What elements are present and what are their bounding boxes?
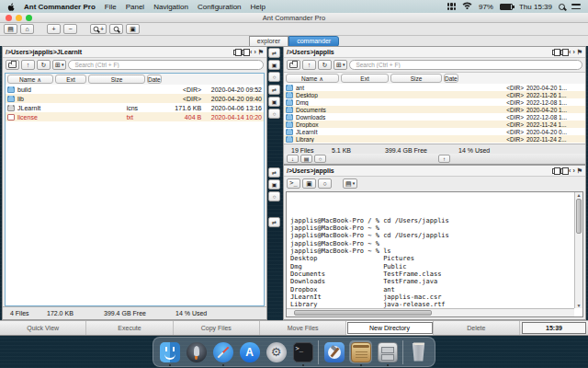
- back-icon[interactable]: ‹: [569, 167, 571, 174]
- dock-item[interactable]: [402, 340, 403, 364]
- column-header[interactable]: Name ∧: [286, 74, 339, 83]
- forward-icon[interactable]: ›: [572, 49, 574, 55]
- zoom-window-button[interactable]: [26, 15, 32, 21]
- back-icon[interactable]: ‹: [250, 49, 252, 55]
- refresh-button[interactable]: ↻: [318, 60, 332, 70]
- column-header[interactable]: Size: [88, 75, 145, 84]
- clear-button[interactable]: ○: [318, 178, 332, 189]
- menu-item[interactable]: File: [105, 3, 117, 11]
- dock-item[interactable]: [349, 340, 372, 363]
- column-header[interactable]: Date: [444, 74, 458, 83]
- column-header[interactable]: Name ∧: [7, 75, 53, 84]
- window-title-bar[interactable]: Ant Commander Pro: [0, 13, 588, 23]
- close-window-button[interactable]: [6, 15, 12, 21]
- duplicate-tab-icon[interactable]: [242, 50, 246, 55]
- view-mode-button[interactable]: ⊞▾: [52, 60, 66, 70]
- scroll-down-icon[interactable]: ▼: [575, 303, 582, 308]
- bookmark-icon[interactable]: ⚑: [577, 49, 582, 55]
- file-row[interactable]: JLearnIt icns 171.6 KB 2020-04-06 13:16: [6, 103, 264, 112]
- copy-to-panel-button[interactable]: ▣: [268, 179, 280, 190]
- remove-panel-button[interactable]: −: [63, 24, 77, 34]
- dock-item[interactable]: [407, 340, 430, 363]
- dock-item[interactable]: [185, 340, 208, 363]
- copy-to-panel-button[interactable]: ▣: [268, 60, 280, 70]
- dock-item[interactable]: ⚙: [265, 340, 288, 363]
- menu-item[interactable]: Panel: [126, 3, 144, 11]
- collapse-up-button[interactable]: ↑: [438, 155, 450, 163]
- scrollbar-thumb[interactable]: [294, 310, 432, 316]
- bookmark-icon[interactable]: ⚑: [577, 167, 582, 174]
- copy-path-icon[interactable]: [233, 50, 238, 55]
- copy-path-icon[interactable]: [552, 50, 557, 55]
- input-source-icon[interactable]: [447, 3, 456, 10]
- back-icon[interactable]: ‹: [569, 49, 571, 55]
- view-mode-button[interactable]: ⊞▾: [334, 60, 347, 70]
- parent-directory-button[interactable]: ↑: [302, 60, 316, 70]
- refresh-button[interactable]: ↻: [37, 60, 51, 70]
- terminal-path[interactable]: />Users>japplis: [287, 167, 334, 174]
- function-key-button[interactable]: Move Files: [260, 321, 346, 335]
- file-row[interactable]: lib <DIR> 2020-04-20 09:40: [6, 94, 264, 103]
- column-header[interactable]: Date: [147, 75, 162, 84]
- panel-splitter[interactable]: ↓ ▤ ○ ↑: [283, 154, 586, 165]
- menu-item[interactable]: Help: [251, 3, 266, 11]
- copy-path-icon[interactable]: [552, 168, 557, 174]
- terminal-output[interactable]: japplis@MacBook-Pro / % cd /Users/jappli…: [286, 191, 583, 317]
- editor-button[interactable]: ▣: [302, 178, 316, 189]
- function-key-button[interactable]: Copy Files: [174, 321, 260, 335]
- column-header[interactable]: Ext: [341, 74, 389, 83]
- control-center-icon[interactable]: [571, 3, 581, 10]
- function-key-button[interactable]: Quick View: [0, 321, 86, 335]
- swap-panels-button[interactable]: ⇄: [268, 167, 280, 178]
- dock-item[interactable]: [211, 340, 234, 363]
- duplicate-tab-icon[interactable]: [560, 168, 565, 174]
- file-row[interactable]: JLearnIt <DIR> 2020-04-20 0...: [284, 128, 585, 135]
- dock-item[interactable]: [376, 340, 399, 363]
- dock-item[interactable]: A: [238, 340, 261, 363]
- dock-item[interactable]: >_: [291, 340, 314, 363]
- terminal-horizontal-scrollbar[interactable]: [287, 308, 574, 316]
- add-panel-button[interactable]: +: [47, 24, 61, 34]
- sync-panels-button[interactable]: ○: [268, 72, 280, 82]
- fit-window-button[interactable]: ▣: [126, 24, 140, 34]
- sync-panels-button[interactable]: ○: [268, 191, 280, 201]
- file-row[interactable]: ant <DIR> 2020-04-20 1...: [284, 84, 585, 91]
- zoom-in-button[interactable]: +: [90, 24, 107, 34]
- swap-panels-button[interactable]: ⇄: [268, 217, 280, 227]
- column-header[interactable]: Size: [390, 74, 442, 83]
- active-app-name[interactable]: Ant Commander Pro: [24, 3, 96, 11]
- sync-down-button[interactable]: ○: [314, 155, 326, 163]
- right-search-input[interactable]: [349, 60, 582, 70]
- forward-icon[interactable]: ›: [572, 167, 574, 174]
- menu-item[interactable]: Navigation: [153, 3, 188, 11]
- drives-button[interactable]: ▤: [4, 24, 17, 34]
- print-button[interactable]: [287, 60, 300, 70]
- scrollbar-thumb[interactable]: [576, 199, 582, 234]
- sync-panels-button[interactable]: ○: [268, 109, 280, 119]
- scroll-up-icon[interactable]: ▲: [575, 192, 582, 198]
- swap-panels-button[interactable]: ⇄: [268, 85, 280, 95]
- file-row[interactable]: Dmg <DIR> 2022-12-08 1...: [284, 98, 585, 106]
- parent-directory-button[interactable]: ↑: [21, 60, 35, 70]
- right-path[interactable]: />Users>japplis: [287, 49, 334, 55]
- forward-icon[interactable]: ›: [254, 49, 255, 55]
- file-row[interactable]: Desktop <DIR> 2022-11-26 1...: [284, 91, 585, 98]
- file-row[interactable]: build <DIR> 2020-04-20 09:52: [6, 85, 264, 94]
- home-button[interactable]: ⌂: [20, 24, 34, 34]
- shell-select-button[interactable]: ▤▾: [343, 178, 357, 189]
- print-button[interactable]: [6, 60, 19, 70]
- copy-down-button[interactable]: ▤: [300, 155, 312, 163]
- file-row[interactable]: Library <DIR> 2022-11-24 2...: [284, 135, 585, 143]
- zoom-out-button[interactable]: [109, 24, 123, 34]
- swap-panels-button[interactable]: ⇄: [268, 48, 280, 58]
- left-search-input[interactable]: [68, 60, 264, 70]
- file-row[interactable]: license txt 404 B 2020-04-14 10:20: [6, 112, 264, 121]
- bookmark-icon[interactable]: ⚑: [258, 49, 264, 55]
- file-row[interactable]: Downloads <DIR> 2022-12-08 1...: [284, 113, 585, 121]
- left-path[interactable]: />Users>japplis>JLearnIt: [6, 49, 82, 55]
- collapse-down-button[interactable]: ↓: [287, 155, 299, 163]
- minimize-window-button[interactable]: [16, 15, 22, 21]
- function-key-button[interactable]: Delete: [434, 321, 520, 335]
- dock-item[interactable]: [318, 340, 319, 364]
- new-shell-button[interactable]: >_: [287, 178, 300, 189]
